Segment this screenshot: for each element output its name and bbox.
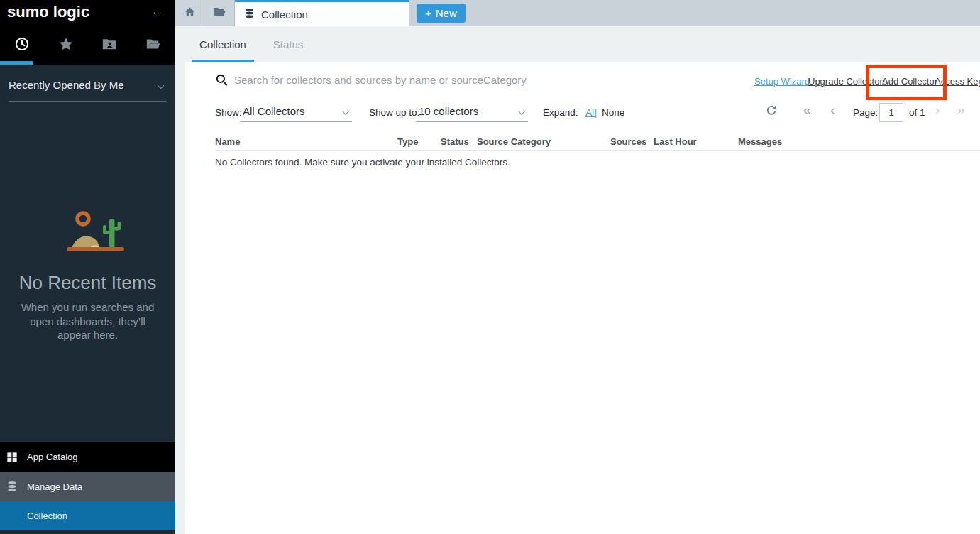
last-page-icon[interactable]: » — [957, 102, 965, 118]
tab-status-label: Status — [273, 38, 304, 50]
sidebar-item-manage-data[interactable]: Manage Data — [0, 472, 175, 501]
sidebar-item-label: App Catalog — [27, 452, 78, 462]
tab-collection-sub-label: Collection — [199, 38, 246, 50]
expand-separator: | — [595, 107, 598, 118]
sidebar: sumo logic ← — [0, 0, 175, 534]
page-of-label: of 1 — [909, 107, 925, 118]
next-page-icon[interactable]: › — [935, 102, 940, 118]
grid-icon — [6, 452, 18, 463]
browser-tab-strip: Collection + New — [175, 0, 980, 26]
sidebar-item-label: Manage Data — [27, 481, 82, 492]
collapse-sidebar-icon[interactable]: ← — [150, 4, 164, 19]
sidebar-item-label: Collection — [27, 511, 67, 521]
sidebar-tab-personal[interactable] — [88, 26, 132, 65]
library-button[interactable] — [204, 0, 235, 26]
tab-status[interactable]: Status — [266, 26, 310, 62]
sidebar-header: sumo logic ← — [0, 0, 175, 26]
home-icon — [184, 6, 196, 21]
recently-opened-label: Recently Opened By Me — [9, 79, 124, 91]
chevron-down-icon — [156, 82, 165, 94]
search-input[interactable] — [234, 70, 617, 89]
sidebar-item-collection[interactable]: Collection — [0, 501, 175, 530]
collection-panel: Setup Wizard Upgrade Collectors Add Coll… — [185, 62, 980, 534]
show-up-to-label: Show up to: — [369, 107, 419, 118]
recently-opened-dropdown[interactable]: Recently Opened By Me — [9, 79, 167, 102]
page-tabs: Collection Status — [175, 26, 980, 62]
tab-collection-label: Collection — [261, 9, 308, 21]
show-dropdown[interactable]: All Collectors — [240, 102, 352, 122]
column-header-source-category: Source Category — [477, 136, 551, 147]
tab-collection-sub[interactable]: Collection — [192, 26, 254, 62]
app-window: sumo logic ← — [0, 0, 980, 534]
add-collector-link[interactable]: Add Collector — [882, 76, 937, 87]
refresh-icon[interactable] — [765, 104, 779, 118]
no-recent-items-subtitle: When you run searches and open dashboard… — [16, 300, 160, 342]
folder-account-icon — [101, 36, 117, 55]
expand-none-link[interactable]: None — [602, 107, 624, 118]
sidebar-tab-bar — [0, 26, 175, 65]
column-header-last-hour: Last Hour — [654, 136, 697, 147]
show-label: Show: — [215, 107, 242, 118]
folder-open-icon — [213, 5, 226, 21]
clock-icon — [14, 36, 30, 55]
column-header-sources: Sources — [610, 136, 646, 147]
database-icon — [6, 481, 18, 492]
prev-page-icon[interactable]: ‹ — [830, 102, 835, 118]
plus-icon: + — [425, 7, 431, 19]
column-header-type: Type — [397, 136, 418, 147]
show-up-to-dropdown[interactable]: 10 collectors — [416, 102, 528, 122]
show-up-to-dropdown-value: 10 collectors — [419, 105, 478, 117]
first-page-icon[interactable]: « — [803, 102, 811, 118]
column-header-name: Name — [215, 136, 240, 147]
sidebar-tab-library[interactable] — [131, 26, 175, 65]
upgrade-collectors-link[interactable]: Upgrade Collectors — [808, 76, 887, 87]
sidebar-tab-favorites[interactable] — [44, 26, 88, 65]
chevron-down-icon — [341, 108, 351, 121]
sumo-logic-logo: sumo logic — [7, 3, 89, 21]
home-button[interactable] — [175, 0, 204, 26]
database-icon — [244, 8, 255, 21]
new-button-label: New — [436, 7, 457, 19]
active-tab-indicator — [0, 61, 33, 65]
tab-collection[interactable]: Collection — [235, 0, 409, 26]
sidebar-tab-recents[interactable] — [0, 26, 44, 65]
sidebar-item-app-catalog[interactable]: App Catalog — [0, 442, 175, 472]
desert-illustration — [60, 209, 131, 254]
table-header-divider — [215, 150, 980, 151]
setup-wizard-link[interactable]: Setup Wizard — [754, 76, 810, 87]
chevron-down-icon — [517, 108, 527, 121]
show-dropdown-value: All Collectors — [243, 105, 305, 117]
page-label: Page: — [853, 107, 878, 118]
access-keys-link[interactable]: Access Keys — [935, 76, 980, 87]
search-icon — [215, 73, 229, 89]
page-number-input[interactable] — [879, 103, 903, 122]
new-button[interactable]: + New — [417, 4, 466, 23]
expand-label: Expand: — [543, 107, 578, 118]
column-header-messages: Messages — [738, 136, 782, 147]
column-header-status: Status — [441, 136, 469, 147]
empty-table-message: No Collectors found. Make sure you activ… — [215, 157, 510, 168]
folder-open-icon — [145, 36, 161, 55]
star-icon — [58, 36, 74, 55]
no-recent-items-title: No Recent Items — [0, 272, 175, 294]
